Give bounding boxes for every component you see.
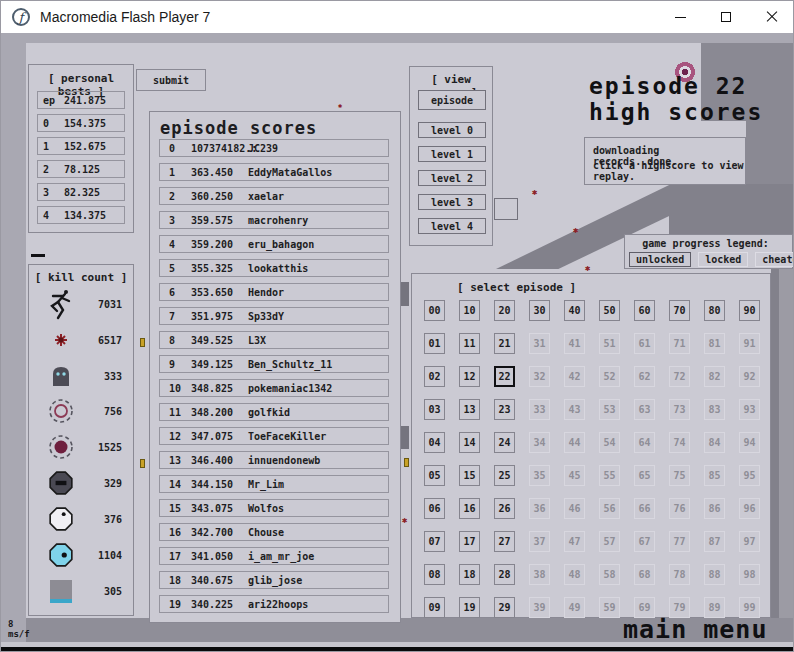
highscore-row[interactable]: 12 347.075 ToeFaceKiller — [159, 427, 389, 445]
highscore-row[interactable]: 13 346.400 innuendonewb — [159, 451, 389, 469]
episode-cell-20[interactable]: 20 — [494, 300, 515, 321]
episode-cell-92[interactable]: 92 — [739, 366, 760, 387]
episode-cell-86[interactable]: 86 — [704, 498, 725, 519]
episode-cell-95[interactable]: 95 — [739, 465, 760, 486]
episode-cell-04[interactable]: 04 — [424, 432, 445, 453]
highscore-row[interactable]: 3 359.575 macrohenry — [159, 211, 389, 229]
episode-cell-44[interactable]: 44 — [564, 432, 585, 453]
episode-cell-88[interactable]: 88 — [704, 564, 725, 585]
episode-cell-73[interactable]: 73 — [669, 399, 690, 420]
episode-cell-32[interactable]: 32 — [529, 366, 550, 387]
episode-cell-46[interactable]: 46 — [564, 498, 585, 519]
episode-cell-67[interactable]: 67 — [634, 531, 655, 552]
episode-cell-26[interactable]: 26 — [494, 498, 515, 519]
episode-cell-87[interactable]: 87 — [704, 531, 725, 552]
view-level2-button[interactable]: level 2 — [418, 170, 486, 186]
highscore-row[interactable]: 8 349.525 L3X — [159, 331, 389, 349]
episode-cell-38[interactable]: 38 — [529, 564, 550, 585]
minimize-button[interactable] — [657, 1, 703, 33]
close-button[interactable] — [749, 1, 794, 33]
episode-cell-41[interactable]: 41 — [564, 333, 585, 354]
episode-cell-93[interactable]: 93 — [739, 399, 760, 420]
highscore-row[interactable]: 9 349.125 Ben_Schultz_11 — [159, 355, 389, 373]
highscore-row[interactable]: 19 340.225 ari22hoops — [159, 595, 389, 613]
episode-cell-48[interactable]: 48 — [564, 564, 585, 585]
episode-cell-36[interactable]: 36 — [529, 498, 550, 519]
episode-cell-57[interactable]: 57 — [599, 531, 620, 552]
highscore-row[interactable]: 2 360.250 xaelar — [159, 187, 389, 205]
episode-cell-21[interactable]: 21 — [494, 333, 515, 354]
episode-cell-07[interactable]: 07 — [424, 531, 445, 552]
episode-cell-58[interactable]: 58 — [599, 564, 620, 585]
episode-cell-54[interactable]: 54 — [599, 432, 620, 453]
episode-cell-09[interactable]: 09 — [424, 597, 445, 618]
episode-cell-90[interactable]: 90 — [739, 300, 760, 321]
highscore-row[interactable]: 11 348.200 golfkid — [159, 403, 389, 421]
episode-cell-98[interactable]: 98 — [739, 564, 760, 585]
episode-cell-72[interactable]: 72 — [669, 366, 690, 387]
episode-cell-50[interactable]: 50 — [599, 300, 620, 321]
episode-cell-97[interactable]: 97 — [739, 531, 760, 552]
main-menu-button[interactable]: main menu — [623, 615, 767, 644]
episode-cell-03[interactable]: 03 — [424, 399, 445, 420]
episode-cell-19[interactable]: 19 — [459, 597, 480, 618]
episode-cell-75[interactable]: 75 — [669, 465, 690, 486]
view-level4-button[interactable]: level 4 — [418, 218, 486, 234]
episode-cell-11[interactable]: 11 — [459, 333, 480, 354]
episode-cell-74[interactable]: 74 — [669, 432, 690, 453]
episode-cell-61[interactable]: 61 — [634, 333, 655, 354]
episode-cell-28[interactable]: 28 — [494, 564, 515, 585]
episode-cell-59[interactable]: 59 — [599, 597, 620, 618]
episode-cell-15[interactable]: 15 — [459, 465, 480, 486]
episode-cell-53[interactable]: 53 — [599, 399, 620, 420]
episode-cell-91[interactable]: 91 — [739, 333, 760, 354]
highscore-row[interactable]: 18 340.675 glib_jose — [159, 571, 389, 589]
episode-cell-71[interactable]: 71 — [669, 333, 690, 354]
view-level3-button[interactable]: level 3 — [418, 194, 486, 210]
episode-cell-12[interactable]: 12 — [459, 366, 480, 387]
episode-cell-56[interactable]: 56 — [599, 498, 620, 519]
episode-cell-43[interactable]: 43 — [564, 399, 585, 420]
episode-cell-82[interactable]: 82 — [704, 366, 725, 387]
episode-cell-01[interactable]: 01 — [424, 333, 445, 354]
episode-cell-29[interactable]: 29 — [494, 597, 515, 618]
episode-cell-39[interactable]: 39 — [529, 597, 550, 618]
highscore-row[interactable]: 0 107374182.: JC239 — [159, 139, 389, 157]
episode-cell-40[interactable]: 40 — [564, 300, 585, 321]
episode-cell-70[interactable]: 70 — [669, 300, 690, 321]
episode-cell-37[interactable]: 37 — [529, 531, 550, 552]
episode-cell-62[interactable]: 62 — [634, 366, 655, 387]
episode-cell-34[interactable]: 34 — [529, 432, 550, 453]
highscore-row[interactable]: 17 341.050 i_am_mr_joe — [159, 547, 389, 565]
highscore-row[interactable]: 4 359.200 eru_bahagon — [159, 235, 389, 253]
episode-cell-77[interactable]: 77 — [669, 531, 690, 552]
highscore-row[interactable]: 10 348.825 pokemaniac1342 — [159, 379, 389, 397]
episode-cell-25[interactable]: 25 — [494, 465, 515, 486]
episode-cell-08[interactable]: 08 — [424, 564, 445, 585]
episode-cell-22[interactable]: 22 — [494, 366, 515, 387]
highscore-row[interactable]: 16 342.700 Chouse — [159, 523, 389, 541]
view-episode-button[interactable]: episode — [418, 90, 486, 110]
episode-cell-45[interactable]: 45 — [564, 465, 585, 486]
episode-cell-23[interactable]: 23 — [494, 399, 515, 420]
highscore-row[interactable]: 1 363.450 EddyMataGallos — [159, 163, 389, 181]
view-level1-button[interactable]: level 1 — [418, 146, 486, 162]
episode-cell-31[interactable]: 31 — [529, 333, 550, 354]
episode-cell-42[interactable]: 42 — [564, 366, 585, 387]
episode-cell-35[interactable]: 35 — [529, 465, 550, 486]
view-level0-button[interactable]: level 0 — [418, 122, 486, 138]
highscore-row[interactable]: 5 355.325 lookatthis — [159, 259, 389, 277]
episode-cell-10[interactable]: 10 — [459, 300, 480, 321]
episode-cell-94[interactable]: 94 — [739, 432, 760, 453]
episode-cell-96[interactable]: 96 — [739, 498, 760, 519]
maximize-button[interactable] — [703, 1, 749, 33]
episode-cell-83[interactable]: 83 — [704, 399, 725, 420]
episode-cell-18[interactable]: 18 — [459, 564, 480, 585]
episode-cell-17[interactable]: 17 — [459, 531, 480, 552]
episode-cell-05[interactable]: 05 — [424, 465, 445, 486]
episode-cell-13[interactable]: 13 — [459, 399, 480, 420]
episode-cell-33[interactable]: 33 — [529, 399, 550, 420]
episode-cell-84[interactable]: 84 — [704, 432, 725, 453]
episode-cell-16[interactable]: 16 — [459, 498, 480, 519]
episode-cell-65[interactable]: 65 — [634, 465, 655, 486]
